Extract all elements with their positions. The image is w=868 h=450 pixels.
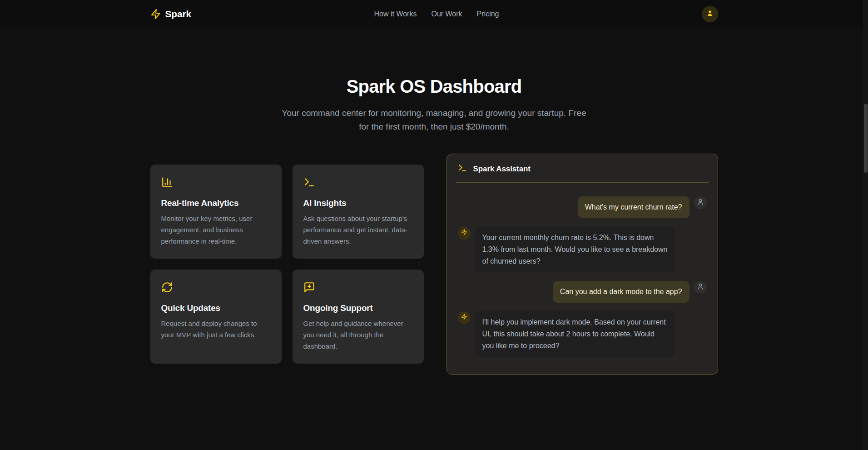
lightning-bolt-icon: [461, 229, 467, 237]
user-avatar: [694, 196, 707, 209]
feature-description: Monitor your key metrics, user engagemen…: [161, 213, 271, 247]
nav-links: How it Works Our Work Pricing: [374, 10, 499, 18]
assistant-message-bubble: I'll help you implement dark mode. Based…: [475, 311, 675, 357]
brand-name: Spark: [165, 9, 191, 20]
lightning-bolt-icon: [150, 9, 161, 20]
terminal-icon: [458, 163, 467, 175]
feature-description: Ask questions about your startup's perfo…: [303, 213, 413, 247]
person-outline-icon: [697, 198, 704, 207]
user-message-bubble: Can you add a dark mode to the app?: [553, 281, 689, 303]
chat-message-assistant: I'll help you implement dark mode. Based…: [458, 311, 707, 357]
feature-card-quick-updates: Quick Updates Request and deploy changes…: [150, 270, 282, 364]
chat-message-user: Can you add a dark mode to the app?: [458, 281, 707, 303]
assistant-avatar: [458, 227, 471, 240]
feature-description: Request and deploy changes to your MVP w…: [161, 318, 271, 340]
chat-messages: What's my current churn rate?: [447, 183, 718, 374]
content-row: Real-time Analytics Monitor your key met…: [150, 154, 718, 375]
chat-message-assistant: Your current monthly churn rate is 5.2%.…: [458, 227, 707, 272]
feature-card-ongoing-support: Ongoing Support Get help and guidance wh…: [293, 270, 424, 364]
feature-card-ai-insights: AI Insights Ask questions about your sta…: [293, 165, 424, 259]
navbar-inner: Spark How it Works Our Work Pricing: [150, 0, 718, 28]
assistant-message-bubble: Your current monthly churn rate is 5.2%.…: [475, 227, 675, 272]
message-square-plus-icon: [303, 281, 413, 295]
terminal-icon: [303, 176, 413, 190]
refresh-icon: [161, 281, 271, 295]
user-avatar: [694, 281, 707, 294]
page-title: Spark OS Dashboard: [0, 75, 868, 97]
person-outline-icon: [697, 283, 704, 292]
feature-title: Ongoing Support: [303, 303, 413, 313]
navbar: Spark How it Works Our Work Pricing: [0, 0, 868, 28]
assistant-panel-header: Spark Assistant: [447, 154, 718, 182]
lightning-bolt-icon: [461, 314, 467, 322]
chat-message-user: What's my current churn rate?: [458, 196, 707, 218]
nav-link-how-it-works[interactable]: How it Works: [374, 10, 417, 18]
nav-link-our-work[interactable]: Our Work: [431, 10, 462, 18]
user-message-bubble: What's my current churn rate?: [578, 196, 689, 218]
hero-section: Spark OS Dashboard Your command center f…: [0, 28, 868, 134]
feature-title: Real-time Analytics: [161, 198, 271, 208]
person-icon: [706, 9, 714, 19]
bar-chart-icon: [161, 176, 271, 190]
scrollbar-thumb[interactable]: [864, 104, 868, 173]
assistant-panel-title: Spark Assistant: [473, 165, 531, 174]
page-subtitle: Your command center for monitoring, mana…: [278, 106, 591, 134]
nav-link-pricing[interactable]: Pricing: [477, 10, 499, 18]
feature-title: Quick Updates: [161, 303, 271, 313]
feature-description: Get help and guidance whenever you need …: [303, 318, 413, 352]
user-account-button[interactable]: [702, 6, 718, 22]
brand-logo[interactable]: Spark: [150, 9, 191, 20]
features-grid: Real-time Analytics Monitor your key met…: [150, 165, 424, 364]
feature-title: AI Insights: [303, 198, 413, 208]
scrollbar-track[interactable]: [863, 0, 868, 450]
assistant-avatar: [458, 311, 471, 324]
spark-assistant-panel: Spark Assistant What's my current churn …: [446, 154, 718, 375]
feature-card-analytics: Real-time Analytics Monitor your key met…: [150, 165, 282, 259]
